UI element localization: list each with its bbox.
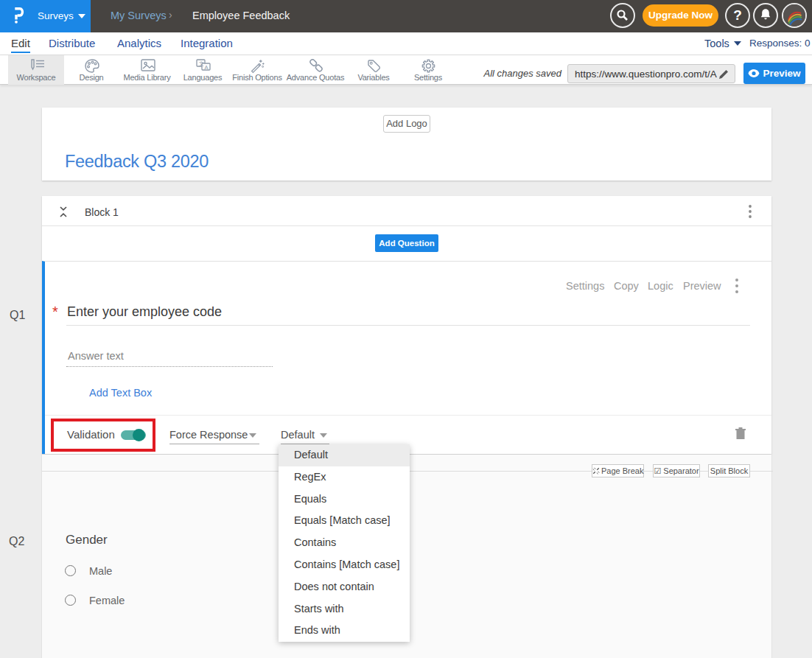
svg-text:A: A	[205, 64, 209, 71]
svg-text:文: 文	[199, 60, 204, 66]
